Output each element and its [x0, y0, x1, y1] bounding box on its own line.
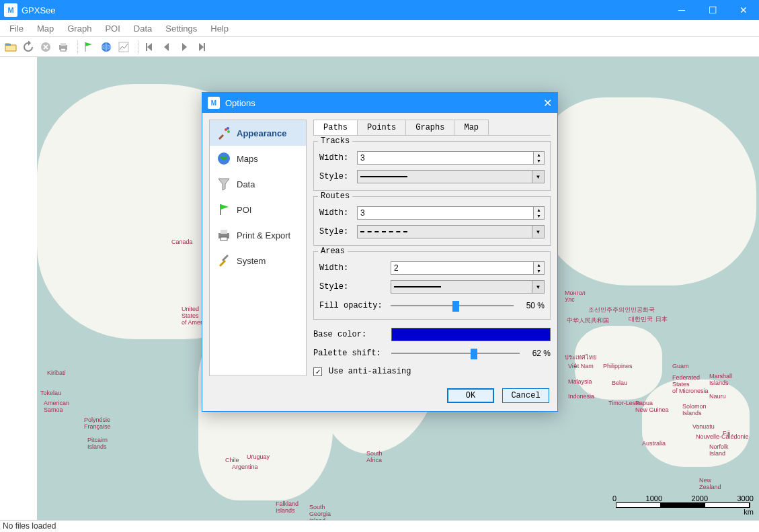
areas-width-input[interactable]: 2 ▲▼ — [391, 261, 545, 275]
nav-data[interactable]: Data — [210, 171, 306, 197]
open-icon[interactable] — [3, 39, 19, 55]
prev-icon[interactable] — [159, 39, 175, 55]
nav-appearance[interactable]: Appearance — [210, 120, 306, 146]
nav-maps[interactable]: Maps — [210, 146, 306, 171]
options-nav: Appearance Maps Data POI Print & Export … — [209, 120, 307, 376]
brush-icon — [216, 126, 231, 140]
tab-graphs[interactable]: Graphs — [405, 120, 454, 135]
cancel-button[interactable]: Cancel — [502, 388, 549, 403]
palette-shift-slider[interactable] — [391, 347, 520, 360]
options-dialog: M Options ✕ Appearance Maps Data POI — [202, 92, 558, 412]
titlebar: M GPXSee ─ ☐ ✕ — [0, 0, 759, 20]
map-label: American Samoa — [44, 400, 69, 413]
menu-file[interactable]: File — [3, 21, 30, 36]
map-label: Falkland Islands — [276, 500, 298, 514]
map-label: Tokelau — [40, 390, 61, 396]
first-icon[interactable] — [141, 39, 157, 55]
routes-group: Routes Width: 3 ▲▼ Style: ▼ — [313, 196, 551, 246]
fill-opacity-slider[interactable] — [391, 299, 514, 312]
svg-rect-16 — [221, 237, 227, 240]
anti-aliasing-checkbox[interactable]: ✓ — [313, 367, 322, 376]
map-label: Vanuatu — [692, 423, 715, 430]
svg-rect-4 — [61, 48, 66, 51]
map-label: Solomon Islands — [682, 403, 707, 416]
map-label: Marshall Islands — [709, 373, 732, 386]
map-label: Malaysia — [568, 378, 592, 385]
menu-settings[interactable]: Settings — [159, 21, 204, 36]
map-label: Papua New Guinea — [635, 400, 669, 413]
map-label: Uruguay — [247, 453, 270, 460]
map-label: 中华人民共和国 — [567, 316, 609, 325]
tracks-group: Tracks Width: 3 ▲▼ Style: ▼ — [313, 141, 551, 191]
menubar: File Map Graph POI Data Settings Help — [0, 20, 759, 37]
tab-paths[interactable]: Paths — [313, 120, 358, 135]
map-label: New Zealand — [699, 477, 721, 490]
map-label: Belau — [612, 380, 627, 386]
graph-icon[interactable] — [116, 39, 132, 55]
map-label: 대한민국 — [629, 315, 653, 324]
app-icon: M — [4, 3, 17, 17]
print-icon[interactable] — [55, 39, 71, 55]
flag-icon — [216, 202, 231, 217]
maximize-button[interactable]: ☐ — [697, 0, 728, 20]
nav-system[interactable]: System — [210, 248, 306, 273]
close-file-icon[interactable] — [38, 39, 54, 55]
nav-print-export[interactable]: Print & Export — [210, 222, 306, 248]
map-label: Монгол Улс — [565, 290, 586, 303]
nav-poi[interactable]: POI — [210, 197, 306, 222]
map-label: Federated States of Micronesia — [672, 374, 709, 394]
menu-map[interactable]: Map — [30, 21, 61, 36]
tab-points[interactable]: Points — [357, 120, 406, 135]
map-label: Indonesia — [568, 393, 594, 400]
flag-icon[interactable] — [81, 39, 97, 55]
areas-style-combo[interactable]: ▼ — [391, 280, 545, 294]
map-label: South Georgia Island — [309, 504, 331, 520]
areas-group: Areas Width: 2 ▲▼ Style: ▼ Fill opacity: — [313, 251, 551, 320]
menu-graph[interactable]: Graph — [61, 21, 98, 36]
toolbar — [0, 37, 759, 57]
dialog-title: Options — [225, 98, 255, 108]
map-label: 조선민주주의인민공화국 — [588, 306, 655, 314]
map-label: Fiji — [723, 430, 731, 437]
tools-icon — [216, 253, 231, 268]
map-label: South Africa — [366, 450, 383, 463]
menu-help[interactable]: Help — [204, 21, 235, 36]
routes-width-input[interactable]: 3 ▲▼ — [357, 206, 545, 220]
routes-style-combo[interactable]: ▼ — [357, 225, 545, 238]
map-label: Pitcairn Islands — [87, 437, 108, 450]
tab-map[interactable]: Map — [454, 120, 489, 135]
map-label: Kiribati — [47, 369, 66, 376]
window-title: GPXSee — [22, 5, 666, 15]
svg-point-12 — [227, 127, 229, 130]
options-tabs: Paths Points Graphs Map — [313, 120, 551, 136]
svg-rect-7 — [119, 42, 128, 52]
globe-icon[interactable] — [98, 39, 114, 55]
tracks-style-combo[interactable]: ▼ — [357, 170, 545, 183]
map-label: Guam — [672, 363, 689, 369]
map-label: Australia — [642, 440, 666, 447]
minimize-button[interactable]: ─ — [666, 0, 697, 20]
close-icon[interactable]: ✕ — [543, 97, 552, 109]
svg-rect-3 — [61, 43, 66, 46]
base-color-swatch[interactable] — [391, 328, 551, 341]
statusbar: No files loaded — [0, 520, 759, 532]
map-label: Việt Nam — [568, 363, 594, 369]
globe-icon — [216, 151, 231, 166]
dialog-titlebar[interactable]: M Options ✕ — [202, 93, 557, 113]
reload-icon[interactable] — [20, 39, 36, 55]
svg-rect-15 — [221, 230, 227, 234]
menu-poi[interactable]: POI — [98, 21, 126, 36]
ok-button[interactable]: OK — [447, 388, 494, 403]
map-label: Philippines — [603, 363, 633, 369]
svg-rect-8 — [146, 43, 147, 51]
svg-rect-0 — [5, 44, 11, 46]
menu-data[interactable]: Data — [127, 21, 159, 36]
map-label: ประเทศไทย — [565, 353, 596, 362]
funnel-icon — [216, 177, 231, 191]
tracks-width-input[interactable]: 3 ▲▼ — [357, 151, 545, 165]
printer-icon — [216, 228, 231, 242]
last-icon[interactable] — [194, 39, 210, 55]
close-button[interactable]: ✕ — [728, 0, 759, 20]
svg-rect-9 — [204, 43, 205, 51]
next-icon[interactable] — [176, 39, 192, 55]
